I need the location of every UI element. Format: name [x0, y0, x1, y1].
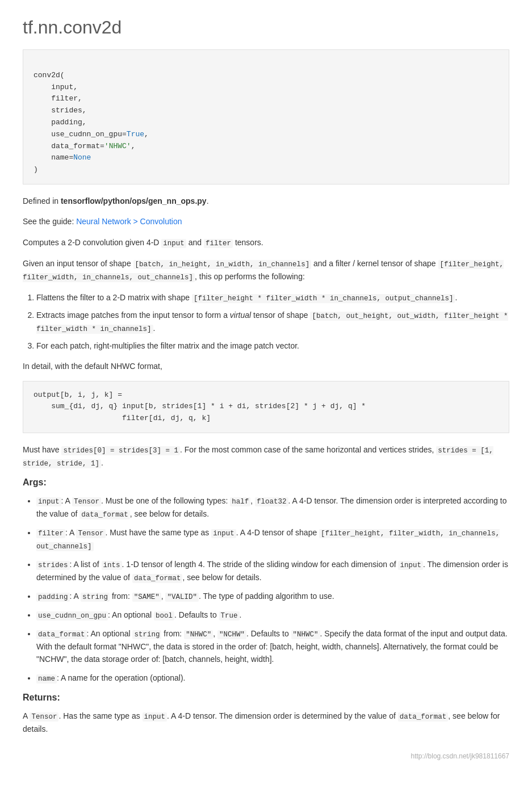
returns-title: Returns:: [23, 693, 509, 703]
returns-data-format: data_format: [398, 712, 449, 722]
arg-strides-input: input: [398, 561, 423, 570]
arg-strides: strides: A list of ints. 1-D tensor of l…: [36, 558, 509, 584]
shape-code-1: [batch, in_height, in_width, in_channels…: [133, 260, 312, 269]
desc-input-code: input: [161, 239, 186, 248]
strides-note: Must have strides[0] = strides[3] = 1. F…: [23, 443, 509, 469]
step1-code: [filter_height * filter_width * in_chann…: [192, 294, 455, 303]
shape-description: Given an input tensor of shape [batch, i…: [23, 257, 509, 283]
arg-padding-name: padding: [36, 593, 70, 602]
guide-link[interactable]: Neural Network > Convolution: [76, 217, 182, 226]
arg-name-name: name: [36, 674, 57, 683]
arg-padding-same: "SAME": [132, 593, 161, 602]
args-title: Args:: [23, 477, 509, 488]
returns-type: Tensor: [30, 712, 58, 722]
signature-code-block: conv2d( input, filter, strides, padding,…: [23, 49, 509, 184]
arg-data-format-nhwc: "NHWC": [184, 630, 213, 639]
sig-line-1: conv2d( input, filter, strides, padding,…: [33, 71, 149, 174]
arg-input-type-float32: float32: [255, 497, 288, 506]
arg-strides-data-format: data_format: [132, 574, 183, 583]
arg-padding: padding: A string from: "SAME", "VALID".…: [36, 590, 509, 603]
step-1: Flattens the filter to a 2-D matrix with…: [36, 291, 509, 304]
file-path: tensorflow/python/ops/gen_nn_ops.py: [61, 196, 207, 206]
arg-filter: filter: A Tensor. Must have the same typ…: [36, 526, 509, 552]
formula-code-block: output[b, i, j, k] = sum_{di, dj, q} inp…: [23, 381, 509, 433]
arg-input: input: A Tensor. Must be one of the foll…: [36, 494, 509, 521]
arg-filter-type: Tensor: [76, 529, 105, 538]
arg-cudnn: use_cudnn_on_gpu: An optional bool. Defa…: [36, 609, 509, 622]
step-2: Extracts image patches from the input te…: [36, 309, 509, 335]
arg-cudnn-name: use_cudnn_on_gpu: [36, 611, 108, 620]
strides-code-1: strides[0] = strides[3] = 1: [61, 446, 180, 455]
arg-name: name: A name for the operation (optional…: [36, 672, 509, 685]
arg-input-data-format: data_format: [79, 510, 130, 519]
arg-data-format-type: string: [132, 630, 161, 639]
main-description: Computes a 2-D convolution given 4-D inp…: [23, 236, 509, 249]
step-3: For each patch, right-multiplies the fil…: [36, 339, 509, 352]
arg-filter-shape: [filter_height, filter_width, in_channel…: [36, 529, 500, 551]
arg-strides-type: ints: [102, 561, 122, 570]
arg-padding-type: string: [81, 593, 110, 602]
arg-filter-name: filter: [36, 529, 65, 538]
arg-data-format-name: data_format: [36, 630, 87, 639]
arg-input-type: Tensor: [72, 497, 101, 506]
step2-code: [batch, out_height, out_width, filter_he…: [36, 312, 508, 334]
arg-cudnn-type: bool: [154, 611, 174, 620]
arg-data-format-default: "NHWC": [291, 630, 320, 639]
returns-input: input: [143, 712, 167, 722]
steps-list: Flattens the filter to a 2-D matrix with…: [36, 291, 509, 352]
arg-filter-input: input: [211, 529, 236, 538]
detail-intro: In detail, with the default NHWC format,: [23, 360, 509, 372]
page-title: tf.nn.conv2d: [23, 17, 509, 38]
arg-strides-name: strides: [36, 561, 70, 570]
defined-in: Defined in tensorflow/python/ops/gen_nn_…: [23, 195, 509, 207]
guide-line: See the guide: Neural Network > Convolut…: [23, 215, 509, 228]
desc-filter-code: filter: [204, 239, 233, 248]
watermark: http://blog.csdn.net/jk981811667: [23, 752, 509, 760]
arg-data-format: data_format: An optional string from: "N…: [36, 627, 509, 666]
args-list: input: A Tensor. Must be one of the foll…: [36, 494, 509, 685]
arg-padding-valid: "VALID": [165, 593, 199, 602]
arg-data-format-nchw: "NCHW": [217, 630, 246, 639]
arg-cudnn-default: True: [219, 611, 240, 620]
returns-description: A Tensor. Has the same type as input. A …: [23, 710, 509, 735]
arg-input-name: input: [36, 497, 61, 506]
arg-input-type-half: half: [230, 497, 250, 506]
